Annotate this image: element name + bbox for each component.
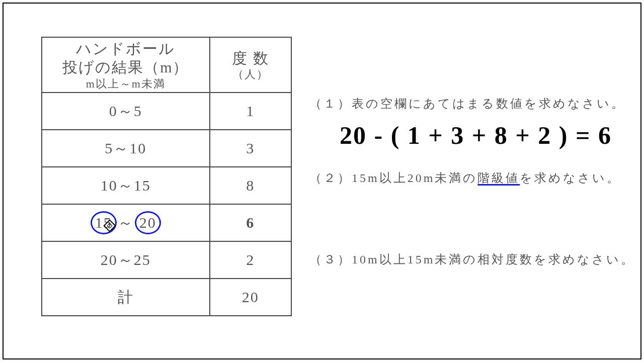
row-freq: 3 [210,130,291,167]
row-freq: 2 [210,241,291,279]
question-2-underline: 階級値 [477,171,520,185]
header-range: ハンドボール 投げの結果（m） m以上～m未満 [42,37,210,93]
row-range: 5～10 [42,130,210,167]
questions-panel: （１）表の空欄にあてはまる数値を求めなさい。 20 - ( 1 + 3 + 8 … [309,96,621,277]
header-freq-line1: 度 数 [232,50,269,66]
row-range: 10～15 [42,167,210,204]
row-range: 20～25 [42,241,210,279]
tilde: ～ [118,213,134,233]
header-freq: 度 数 （人） [210,37,291,93]
question-3: （３）10m以上15m未満の相対度数を求めなさい。 [309,251,621,267]
row-total-value: 20 [210,279,291,316]
question-2: （２）15m以上20m未満の階級値を求めなさい。 [309,170,621,186]
frequency-table: ハンドボール 投げの結果（m） m以上～m未満 度 数 （人） 0～5 1 5～… [41,37,292,316]
circle-annotation-high: 20 [135,211,161,234]
question-1: （１）表の空欄にあてはまる数値を求めなさい。 [309,96,621,112]
row-freq: 8 [210,167,291,204]
header-range-line1: ハンドボール [76,40,175,57]
row-freq-handwritten: 6 [210,204,291,241]
header-range-line2: 投げの結果（m） [62,59,189,75]
row-range: 0～5 [42,93,210,130]
question-1-working: 20 - ( 1 + 3 + 8 + 2 ) = 6 [340,121,621,150]
row-total-label: 計 [42,279,210,316]
question-2-post: を求めなさい。 [520,171,621,185]
question-2-pre: （２）15m以上20m未満の [309,171,477,185]
row-freq: 1 [210,93,291,130]
header-range-line3: m以上～m未満 [42,77,209,91]
row-range-circled: 15 ～ 20 [42,204,210,241]
header-freq-line2: （人） [210,67,291,81]
